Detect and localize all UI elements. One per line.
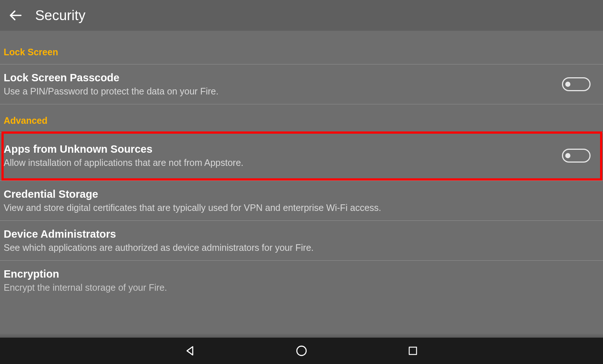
nav-home-button[interactable] <box>293 343 310 359</box>
toggle-apps-unknown-sources[interactable] <box>562 149 591 163</box>
toggle-knob-icon <box>565 82 570 87</box>
svg-marker-1 <box>187 347 193 355</box>
nav-back-button[interactable] <box>182 343 198 359</box>
svg-point-2 <box>297 346 306 356</box>
square-recent-icon <box>407 345 418 356</box>
arrow-left-icon <box>8 8 23 23</box>
row-title: Encryption <box>4 268 599 280</box>
highlighted-container: Apps from Unknown Sources Allow installa… <box>0 133 603 179</box>
row-text: Device Administrators See which applicat… <box>4 228 599 253</box>
row-apps-unknown-sources[interactable]: Apps from Unknown Sources Allow installa… <box>0 133 603 179</box>
row-subtitle: Use a PIN/Password to protect the data o… <box>4 86 562 97</box>
row-encryption[interactable]: Encryption Encrypt the internal storage … <box>0 261 603 293</box>
row-lock-screen-passcode[interactable]: Lock Screen Passcode Use a PIN/Password … <box>0 64 603 104</box>
toggle-lock-screen-passcode[interactable] <box>562 77 591 91</box>
row-title: Apps from Unknown Sources <box>4 143 562 155</box>
row-subtitle: Encrypt the internal storage of your Fir… <box>4 282 599 293</box>
row-text: Credential Storage View and store digita… <box>4 188 599 213</box>
nav-recent-button[interactable] <box>405 343 421 359</box>
row-text: Encryption Encrypt the internal storage … <box>4 268 599 293</box>
header-bar: Security <box>0 0 603 31</box>
back-button[interactable] <box>5 5 26 26</box>
row-text: Lock Screen Passcode Use a PIN/Password … <box>4 72 562 97</box>
row-credential-storage[interactable]: Credential Storage View and store digita… <box>0 181 603 220</box>
row-subtitle: See which applications are authorized as… <box>4 242 599 253</box>
content-area: Lock Screen Lock Screen Passcode Use a P… <box>0 31 603 338</box>
svg-rect-3 <box>409 347 417 354</box>
row-title: Lock Screen Passcode <box>4 72 562 84</box>
triangle-back-icon <box>184 345 196 357</box>
section-header-lock-screen: Lock Screen <box>0 31 603 64</box>
circle-home-icon <box>295 345 308 357</box>
system-navbar <box>0 338 603 364</box>
section-header-advanced: Advanced <box>0 104 603 133</box>
row-device-administrators[interactable]: Device Administrators See which applicat… <box>0 221 603 260</box>
row-subtitle: Allow installation of applications that … <box>4 157 562 168</box>
row-title: Device Administrators <box>4 228 599 240</box>
row-text: Apps from Unknown Sources Allow installa… <box>4 143 562 168</box>
page-title: Security <box>35 8 85 23</box>
row-subtitle: View and store digital certificates that… <box>4 203 599 213</box>
row-title: Credential Storage <box>4 188 599 200</box>
toggle-knob-icon <box>565 153 570 158</box>
